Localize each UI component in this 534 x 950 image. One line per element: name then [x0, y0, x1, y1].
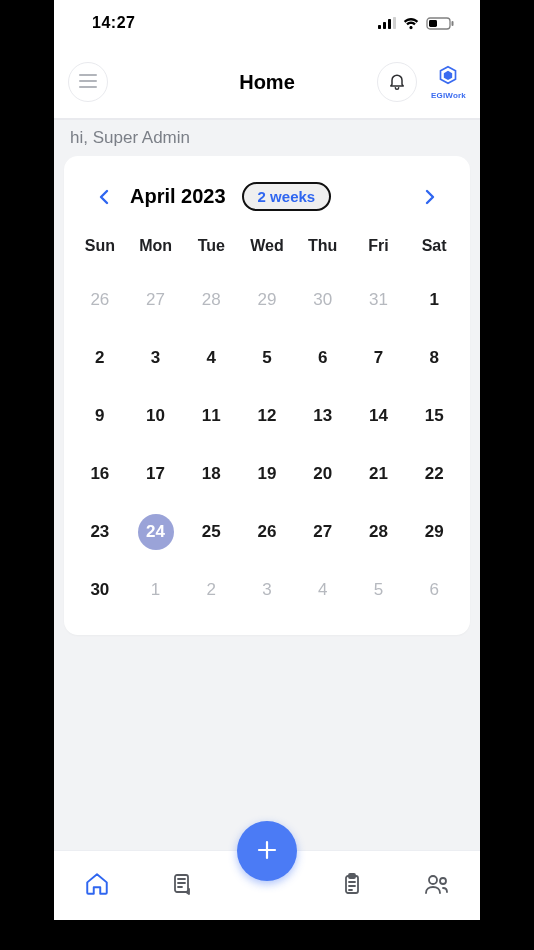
calendar-card: April 2023 2 weeks SunMonTueWedThuFriSat… — [64, 156, 470, 635]
people-icon — [424, 872, 450, 900]
svg-rect-6 — [429, 20, 437, 27]
calendar-day[interactable]: 1 — [406, 271, 462, 329]
calendar-day[interactable]: 3 — [128, 329, 184, 387]
calendar-day[interactable]: 11 — [183, 387, 239, 445]
calendar-range-button[interactable]: 2 weeks — [242, 182, 332, 211]
calendar-grid: SunMonTueWedThuFriSat2627282930311234567… — [72, 229, 462, 619]
calendar-day[interactable]: 5 — [351, 561, 407, 619]
calendar-day[interactable]: 13 — [295, 387, 351, 445]
document-icon — [170, 872, 194, 900]
svg-point-13 — [429, 876, 437, 884]
calendar-day[interactable]: 16 — [72, 445, 128, 503]
cellular-icon — [378, 17, 396, 29]
calendar-day[interactable]: 31 — [351, 271, 407, 329]
calendar-day[interactable]: 30 — [295, 271, 351, 329]
svg-rect-1 — [383, 22, 386, 29]
calendar-day[interactable]: 28 — [183, 271, 239, 329]
navbar: Home EGIWork — [54, 46, 480, 120]
calendar-day[interactable]: 2 — [183, 561, 239, 619]
chevron-left-icon — [98, 189, 110, 205]
status-time: 14:27 — [92, 14, 135, 32]
calendar-dow: Sun — [72, 229, 128, 271]
calendar-day[interactable]: 20 — [295, 445, 351, 503]
chevron-right-icon — [424, 189, 436, 205]
calendar-day[interactable]: 5 — [239, 329, 295, 387]
calendar-day[interactable]: 19 — [239, 445, 295, 503]
calendar-dow: Wed — [239, 229, 295, 271]
calendar-day[interactable]: 12 — [239, 387, 295, 445]
calendar-day[interactable]: 4 — [183, 329, 239, 387]
notifications-button[interactable] — [377, 62, 417, 102]
status-icons — [378, 17, 454, 30]
calendar-prev-button[interactable] — [90, 183, 118, 211]
svg-rect-0 — [378, 25, 381, 29]
calendar-day[interactable]: 6 — [406, 561, 462, 619]
tab-documents[interactable] — [139, 872, 224, 900]
brand-logo[interactable]: EGIWork — [431, 65, 466, 100]
calendar-day[interactable]: 29 — [406, 503, 462, 561]
wifi-icon — [402, 17, 420, 30]
calendar-dow: Sat — [406, 229, 462, 271]
add-button[interactable] — [237, 821, 297, 881]
calendar-day[interactable]: 23 — [72, 503, 128, 561]
home-icon — [84, 871, 110, 901]
calendar-day[interactable]: 26 — [72, 271, 128, 329]
calendar-day[interactable]: 28 — [351, 503, 407, 561]
calendar-day[interactable]: 6 — [295, 329, 351, 387]
calendar-day[interactable]: 7 — [351, 329, 407, 387]
clipboard-icon — [340, 872, 364, 900]
calendar-dow: Thu — [295, 229, 351, 271]
calendar-day[interactable]: 24 — [128, 503, 184, 561]
svg-rect-7 — [79, 74, 97, 76]
calendar-header: April 2023 2 weeks — [72, 174, 462, 229]
menu-button[interactable] — [68, 62, 108, 102]
calendar-day[interactable]: 8 — [406, 329, 462, 387]
calendar-day[interactable]: 25 — [183, 503, 239, 561]
greeting-text: hi, Super Admin — [54, 120, 480, 156]
battery-icon — [426, 17, 454, 30]
calendar-day[interactable]: 30 — [72, 561, 128, 619]
calendar-month-label: April 2023 — [130, 185, 226, 208]
bell-icon — [387, 71, 407, 94]
calendar-dow: Fri — [351, 229, 407, 271]
tab-people[interactable] — [395, 872, 480, 900]
tab-home[interactable] — [54, 871, 139, 901]
menu-icon — [79, 74, 97, 91]
calendar-day[interactable]: 18 — [183, 445, 239, 503]
svg-point-14 — [440, 878, 446, 884]
calendar-next-button[interactable] — [416, 183, 444, 211]
calendar-dow: Mon — [128, 229, 184, 271]
main-content: hi, Super Admin April 2023 2 weeks — [54, 120, 480, 850]
calendar-day[interactable]: 2 — [72, 329, 128, 387]
calendar-day[interactable]: 9 — [72, 387, 128, 445]
calendar-day[interactable]: 26 — [239, 503, 295, 561]
calendar-day[interactable]: 4 — [295, 561, 351, 619]
svg-rect-3 — [393, 17, 396, 29]
tabbar — [54, 850, 480, 920]
svg-rect-5 — [452, 21, 454, 26]
calendar-day[interactable]: 15 — [406, 387, 462, 445]
calendar-day[interactable]: 22 — [406, 445, 462, 503]
calendar-day[interactable]: 14 — [351, 387, 407, 445]
calendar-day[interactable]: 1 — [128, 561, 184, 619]
calendar-day[interactable]: 29 — [239, 271, 295, 329]
calendar-day[interactable]: 27 — [295, 503, 351, 561]
plus-icon — [256, 839, 278, 864]
tab-tasks[interactable] — [310, 872, 395, 900]
svg-rect-2 — [388, 19, 391, 29]
calendar-day[interactable]: 27 — [128, 271, 184, 329]
status-bar: 14:27 — [54, 0, 480, 46]
calendar-day[interactable]: 3 — [239, 561, 295, 619]
calendar-day[interactable]: 17 — [128, 445, 184, 503]
brand-label: EGIWork — [431, 91, 466, 100]
page-title: Home — [239, 71, 295, 94]
svg-rect-9 — [79, 86, 97, 88]
calendar-dow: Tue — [183, 229, 239, 271]
calendar-day[interactable]: 10 — [128, 387, 184, 445]
calendar-day[interactable]: 21 — [351, 445, 407, 503]
svg-rect-8 — [79, 80, 97, 82]
brand-icon — [438, 65, 458, 89]
